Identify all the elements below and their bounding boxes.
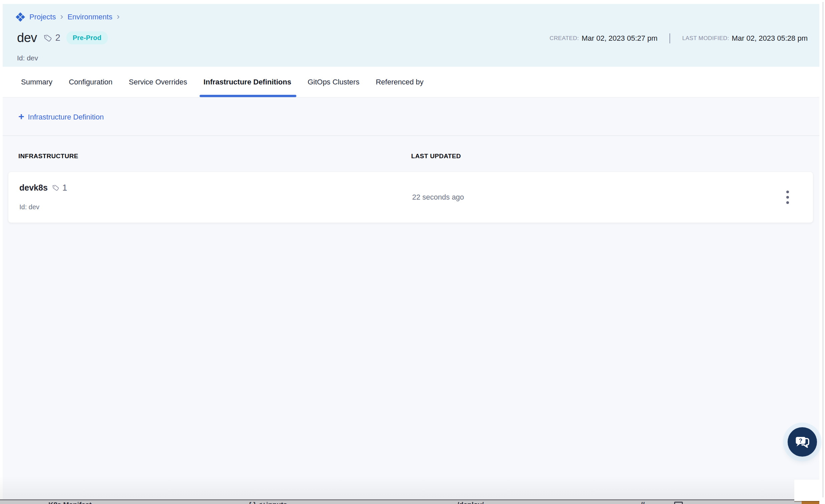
infrastructure-id: Id: dev — [19, 203, 40, 211]
env-id-text: Id: dev — [17, 54, 38, 62]
help-fab-button[interactable]: ? — [788, 427, 817, 456]
infrastructure-tag-count: 1 — [62, 183, 67, 193]
infrastructure-tags: 1 — [52, 183, 67, 193]
env-tags: 2 — [43, 33, 60, 43]
harness-project-icon — [16, 12, 25, 22]
clipped-window-icon — [674, 502, 683, 504]
row-options-menu-button[interactable] — [780, 188, 795, 206]
last-updated-cell: 22 seconds ago — [412, 193, 464, 202]
table-header: INFRASTRUCTURE LAST UPDATED — [3, 152, 819, 161]
infrastructure-name: devk8s — [19, 183, 48, 193]
created-label: CREATED: — [550, 35, 579, 42]
tab-summary[interactable]: Summary — [21, 67, 52, 97]
env-type-badge: Pre-Prod — [66, 31, 108, 45]
last-modified-label: LAST MODIFIED: — [682, 35, 729, 42]
tab-bar: Summary Configuration Service Overrides … — [3, 67, 819, 97]
clipped-text: { } <+inputs — [249, 501, 287, 504]
breadcrumb-item-projects[interactable]: Projects — [29, 13, 56, 21]
breadcrumb: Projects › Environments › — [16, 12, 120, 22]
kebab-dot — [786, 196, 789, 199]
plus-icon: + — [18, 113, 24, 122]
clipped-text: K8s Manifest — [49, 501, 92, 504]
tag-icon — [43, 33, 53, 43]
tab-content: + Infrastructure Definition INFRASTRUCTU… — [3, 97, 819, 499]
column-header-last-updated: LAST UPDATED — [411, 152, 461, 160]
title-row: dev 2 Pre-Prod — [17, 31, 108, 45]
tab-gitops-clusters[interactable]: GitOps Clusters — [308, 67, 360, 97]
infrastructure-name-cell: devk8s 1 — [19, 183, 67, 193]
env-tag-count: 2 — [55, 33, 60, 43]
active-tab-underline — [200, 95, 296, 97]
meta-divider — [670, 33, 670, 44]
section-divider — [3, 136, 819, 136]
scrollbar-track[interactable] — [823, 2, 823, 497]
created-value: Mar 02, 2023 05:27 pm — [582, 34, 658, 43]
tab-referenced-by[interactable]: Referenced by — [376, 67, 424, 97]
tab-service-overrides[interactable]: Service Overrides — [129, 67, 187, 97]
page-header: Projects › Environments › dev 2 Pre-Prod… — [3, 4, 819, 67]
chevron-right-icon: › — [117, 12, 120, 22]
column-header-infrastructure: INFRASTRUCTURE — [18, 152, 78, 160]
help-chat-icon: ? — [794, 434, 811, 450]
table-row[interactable]: devk8s 1 Id: dev 22 seconds ago — [8, 172, 813, 223]
breadcrumb-item-environments[interactable]: Environments — [67, 13, 112, 21]
page-title: dev — [17, 31, 37, 45]
chevron-right-icon: › — [60, 12, 63, 22]
tag-icon — [52, 184, 60, 192]
kebab-dot — [786, 201, 789, 204]
clipped-text: // — [641, 501, 645, 504]
tab-infrastructure-definitions[interactable]: Infrastructure Definitions — [204, 67, 291, 97]
environment-details-page: Projects › Environments › dev 2 Pre-Prod… — [3, 4, 819, 499]
clipped-text: /deploy/ — [457, 501, 483, 504]
svg-text:?: ? — [799, 438, 802, 444]
last-modified-value: Mar 02, 2023 05:28 pm — [732, 34, 808, 43]
add-infrastructure-definition-button[interactable]: + Infrastructure Definition — [18, 113, 104, 122]
tab-label: Infrastructure Definitions — [204, 78, 291, 86]
clipped-window-strip: K8s Manifest { } <+inputs /deploy/ // — [0, 499, 802, 504]
tab-configuration[interactable]: Configuration — [69, 67, 112, 97]
scrollbar-gutter[interactable] — [819, 0, 825, 504]
add-infrastructure-definition-label: Infrastructure Definition — [28, 113, 104, 122]
kebab-dot — [786, 191, 789, 193]
env-meta: CREATED: Mar 02, 2023 05:27 pm LAST MODI… — [550, 33, 808, 44]
